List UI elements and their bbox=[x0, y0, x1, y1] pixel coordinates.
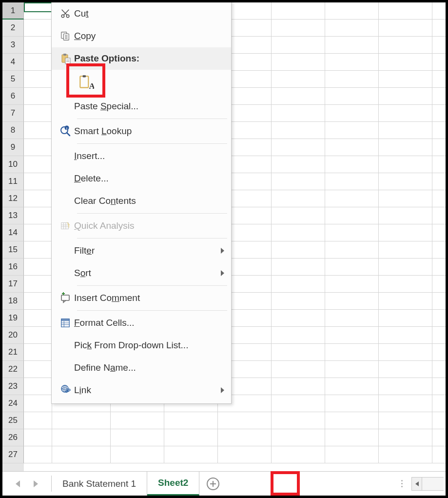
row-header[interactable]: 13 bbox=[2, 207, 24, 224]
menu-smart-lookup[interactable]: i Smart Lookup bbox=[52, 120, 231, 142]
cell[interactable] bbox=[379, 344, 432, 360]
cell[interactable] bbox=[24, 156, 52, 173]
cell[interactable] bbox=[272, 224, 325, 241]
cell[interactable] bbox=[272, 259, 325, 275]
cell[interactable] bbox=[272, 190, 325, 207]
cell[interactable] bbox=[325, 156, 379, 173]
cell[interactable] bbox=[24, 446, 52, 463]
cell[interactable] bbox=[52, 429, 111, 446]
cell[interactable] bbox=[272, 361, 325, 378]
menu-paste-special[interactable]: Paste Special... bbox=[52, 95, 231, 118]
cell[interactable] bbox=[325, 207, 379, 224]
cell[interactable] bbox=[272, 71, 325, 87]
cell[interactable] bbox=[272, 156, 325, 173]
cell[interactable] bbox=[24, 412, 52, 429]
cell[interactable] bbox=[379, 241, 432, 258]
row-header[interactable]: 23 bbox=[2, 378, 24, 395]
cell[interactable] bbox=[24, 54, 52, 70]
cell[interactable] bbox=[325, 344, 379, 360]
menu-pick-dropdown[interactable]: Pick From Drop-down List... bbox=[52, 334, 231, 357]
cell[interactable] bbox=[52, 412, 111, 429]
cell[interactable] bbox=[379, 20, 432, 36]
row-header[interactable]: 25 bbox=[2, 412, 24, 429]
menu-sort[interactable]: Sort bbox=[52, 262, 231, 284]
cell[interactable] bbox=[379, 88, 432, 104]
cell[interactable] bbox=[379, 395, 432, 412]
menu-insert[interactable]: Insert... bbox=[52, 145, 231, 167]
cell[interactable] bbox=[379, 446, 432, 463]
cell[interactable] bbox=[272, 54, 325, 70]
cell[interactable] bbox=[325, 54, 379, 70]
cell-row[interactable] bbox=[24, 446, 446, 463]
sheet-tab-bank-statement-1[interactable]: Bank Statement 1 bbox=[52, 472, 147, 496]
cell[interactable] bbox=[272, 2, 325, 19]
cell[interactable] bbox=[325, 139, 379, 156]
menu-format-cells[interactable]: Format Cells... bbox=[52, 312, 231, 334]
cell[interactable] bbox=[379, 105, 432, 121]
cell[interactable] bbox=[24, 88, 52, 104]
cell[interactable] bbox=[111, 412, 164, 429]
row-header[interactable]: 5 bbox=[2, 71, 24, 88]
cell[interactable] bbox=[325, 190, 379, 207]
menu-define-name[interactable]: Define Name... bbox=[52, 357, 231, 379]
cell[interactable] bbox=[379, 293, 432, 309]
cell[interactable] bbox=[325, 310, 379, 326]
menu-insert-comment[interactable]: Insert Comment bbox=[52, 287, 231, 309]
cell[interactable] bbox=[272, 20, 325, 36]
menu-cut[interactable]: Cut bbox=[52, 2, 231, 25]
cell[interactable] bbox=[24, 105, 52, 121]
sheet-tab-sheet2[interactable]: Sheet2 bbox=[147, 472, 199, 496]
cell[interactable] bbox=[379, 156, 432, 173]
cell[interactable] bbox=[272, 310, 325, 326]
new-sheet-button[interactable] bbox=[199, 472, 227, 496]
cell[interactable] bbox=[24, 241, 52, 258]
row-header[interactable]: 10 bbox=[2, 156, 24, 173]
menu-filter[interactable]: Filter bbox=[52, 239, 231, 262]
cell[interactable] bbox=[379, 378, 432, 395]
cell[interactable] bbox=[325, 327, 379, 343]
cell[interactable] bbox=[24, 37, 52, 53]
cell[interactable] bbox=[24, 224, 52, 241]
row-header[interactable]: 6 bbox=[2, 88, 24, 105]
cell[interactable] bbox=[325, 173, 379, 190]
cell[interactable] bbox=[379, 122, 432, 139]
cell[interactable] bbox=[325, 276, 379, 292]
cell[interactable] bbox=[24, 71, 52, 87]
cell[interactable] bbox=[24, 327, 52, 343]
cell[interactable] bbox=[218, 412, 272, 429]
cell[interactable] bbox=[164, 412, 218, 429]
cell-row[interactable] bbox=[24, 412, 446, 429]
cell[interactable] bbox=[379, 429, 432, 446]
cell[interactable] bbox=[379, 224, 432, 241]
cell[interactable] bbox=[24, 207, 52, 224]
cell[interactable] bbox=[379, 259, 432, 275]
cell[interactable] bbox=[325, 241, 379, 258]
cell[interactable] bbox=[379, 361, 432, 378]
cell[interactable] bbox=[379, 190, 432, 207]
cell[interactable] bbox=[325, 293, 379, 309]
cell[interactable] bbox=[272, 241, 325, 258]
cell[interactable] bbox=[272, 207, 325, 224]
cell[interactable] bbox=[164, 446, 218, 463]
cell[interactable] bbox=[272, 122, 325, 139]
cell[interactable] bbox=[325, 122, 379, 139]
cell[interactable] bbox=[24, 429, 52, 446]
row-header[interactable]: 21 bbox=[2, 344, 24, 361]
cell[interactable] bbox=[325, 88, 379, 104]
row-header[interactable]: 17 bbox=[2, 276, 24, 293]
cell[interactable] bbox=[272, 446, 325, 463]
horizontal-scrollbar[interactable] bbox=[411, 472, 446, 496]
row-header[interactable]: 26 bbox=[2, 429, 24, 446]
cell[interactable] bbox=[325, 378, 379, 395]
cell[interactable] bbox=[379, 412, 432, 429]
row-header[interactable]: 9 bbox=[2, 139, 24, 156]
cell[interactable] bbox=[218, 429, 272, 446]
cell[interactable] bbox=[272, 327, 325, 343]
cell[interactable] bbox=[24, 173, 52, 190]
cell-row[interactable] bbox=[24, 429, 446, 446]
cell[interactable] bbox=[379, 71, 432, 87]
cell[interactable] bbox=[24, 310, 52, 326]
cell[interactable] bbox=[325, 361, 379, 378]
cell[interactable] bbox=[24, 139, 52, 156]
menu-delete[interactable]: Delete... bbox=[52, 167, 231, 190]
